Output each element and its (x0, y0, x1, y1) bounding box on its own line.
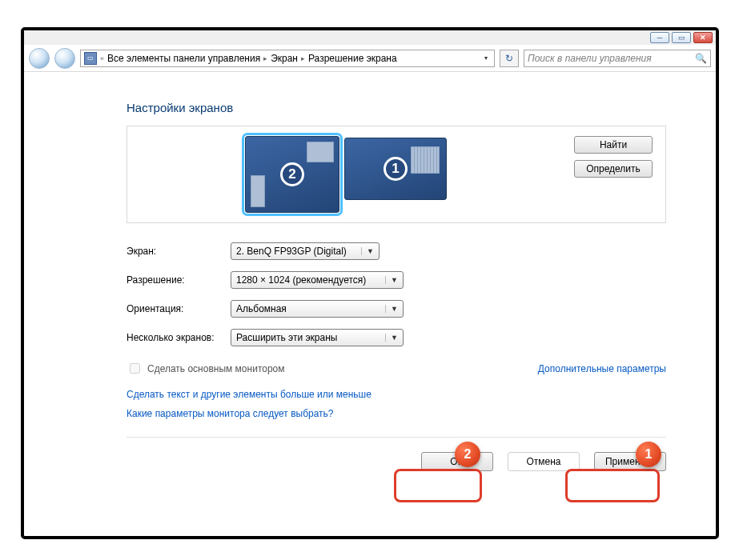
chevron-down-icon: ▼ (385, 305, 398, 313)
chevron-right-icon: ▸ (301, 54, 305, 62)
resolution-value: 1280 × 1024 (рекомендуется) (236, 274, 366, 286)
text-size-link[interactable]: Сделать текст и другие элементы больше и… (127, 389, 666, 400)
screen-dropdown[interactable]: 2. BenQ FP93GP (Digital) ▼ (231, 242, 380, 260)
resolution-label: Разрешение: (127, 274, 231, 286)
display-preview: 2 1 Найти Определить (127, 126, 666, 223)
maximize-button[interactable]: ▭ (672, 32, 691, 43)
breadcrumb-seg-2[interactable]: Экран (271, 53, 298, 64)
chevron-down-icon: ▼ (385, 276, 398, 284)
footer-buttons: OK Отмена Применить (127, 438, 666, 471)
display-stage[interactable]: 2 1 (134, 133, 558, 216)
address-dropdown-icon[interactable]: ▾ (481, 54, 491, 62)
search-icon: 🔍 (695, 53, 707, 64)
orientation-label: Ориентация: (127, 303, 231, 314)
monitor-1-number: 1 (384, 157, 408, 181)
callout-badge-1: 1 (636, 442, 661, 467)
monitor-2-number: 2 (280, 162, 304, 186)
breadcrumb-prefix: « (100, 54, 104, 62)
close-button[interactable]: ✕ (693, 32, 713, 43)
monitor-1[interactable]: 1 (344, 138, 447, 200)
primary-checkbox-row[interactable]: Сделать основным монитором (127, 361, 285, 376)
monitor-icon: ▭ (84, 52, 97, 65)
nav-back-button[interactable] (29, 48, 50, 69)
breadcrumb-seg-1[interactable]: Все элементы панели управления (107, 53, 260, 64)
find-button[interactable]: Найти (574, 136, 653, 154)
advanced-settings-link[interactable]: Дополнительные параметры (538, 363, 666, 374)
refresh-button[interactable]: ↻ (500, 50, 519, 67)
monitor-2[interactable]: 2 (245, 136, 339, 213)
orientation-dropdown[interactable]: Альбомная ▼ (231, 300, 404, 318)
nav-forward-button[interactable] (54, 48, 75, 69)
multi-dropdown[interactable]: Расширить эти экраны ▼ (231, 329, 404, 346)
nav-bar: ▭ « Все элементы панели управления ▸ Экр… (24, 45, 716, 72)
multi-value: Расширить эти экраны (236, 332, 337, 343)
titlebar: ─ ▭ ✕ (24, 30, 716, 45)
multi-label: Несколько экранов: (127, 332, 231, 343)
address-bar[interactable]: ▭ « Все элементы панели управления ▸ Экр… (80, 50, 495, 67)
screen-label: Экран: (127, 246, 231, 257)
search-input[interactable]: Поиск в панели управления 🔍 (524, 50, 711, 67)
minimize-button[interactable]: ─ (650, 32, 669, 43)
breadcrumb-seg-3[interactable]: Разрешение экрана (308, 53, 397, 64)
callout-badge-2: 2 (455, 442, 480, 467)
identify-button[interactable]: Определить (574, 160, 653, 178)
resolution-dropdown[interactable]: 1280 × 1024 (рекомендуется) ▼ (231, 271, 404, 289)
which-settings-link[interactable]: Какие параметры монитора следует выбрать… (127, 408, 666, 419)
chevron-right-icon: ▸ (263, 54, 267, 62)
page-title: Настройки экранов (127, 101, 666, 114)
screen-value: 2. BenQ FP93GP (Digital) (236, 246, 347, 257)
chevron-down-icon: ▼ (361, 247, 374, 255)
search-placeholder: Поиск в панели управления (528, 53, 652, 64)
cancel-button[interactable]: Отмена (508, 452, 580, 471)
primary-checkbox[interactable] (130, 363, 140, 374)
orientation-value: Альбомная (236, 303, 287, 314)
chevron-down-icon: ▼ (385, 334, 398, 342)
primary-checkbox-label: Сделать основным монитором (147, 363, 285, 374)
